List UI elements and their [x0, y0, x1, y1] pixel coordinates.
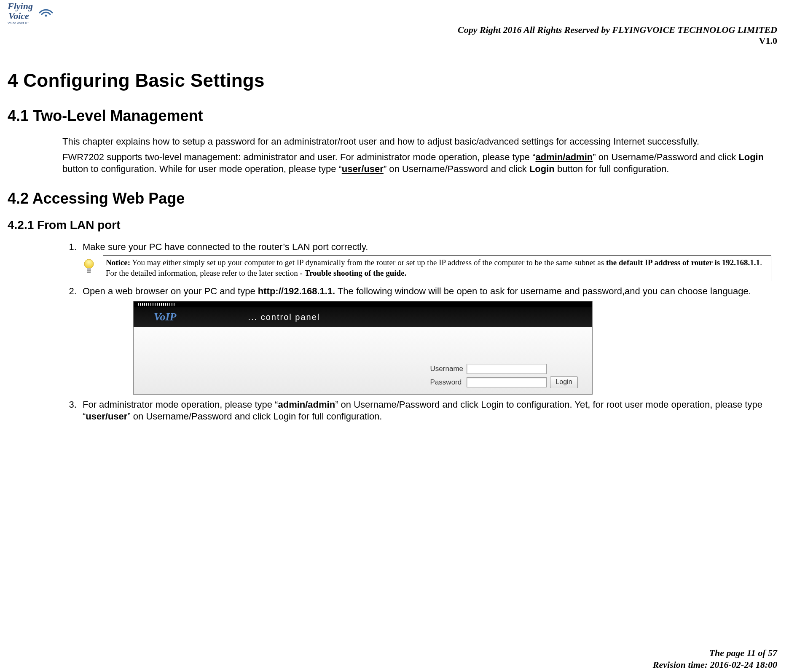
- svg-rect-2: [87, 268, 91, 270]
- text-bold: Login: [529, 164, 555, 174]
- login-voip-label: VoIP: [154, 310, 176, 324]
- text: ” on Username/Password and click: [593, 152, 738, 162]
- text: button for full configuration.: [555, 164, 669, 174]
- copyright-line: Copy Right 2016 All Rights Reserved by F…: [8, 24, 777, 35]
- text-bold: http://192.168.1.1.: [258, 286, 335, 296]
- page-number: The page 11 of 57: [653, 647, 777, 659]
- password-label: Password: [430, 378, 463, 387]
- list-item: Open a web browser on your PC and type h…: [79, 285, 771, 395]
- login-banner: VoIP ... control panel: [134, 307, 592, 327]
- step-text: Make sure your PC have connected to the …: [83, 242, 368, 252]
- list-item: Make sure your PC have connected to the …: [79, 241, 771, 281]
- login-control-panel-label: ... control panel: [248, 312, 320, 323]
- paragraph: FWR7202 supports two-level management: a…: [62, 151, 771, 175]
- section-4-1-body: This chapter explains how to setup a pas…: [62, 136, 771, 175]
- chapter-heading: 4 Configuring Basic Settings: [8, 70, 781, 91]
- svg-point-0: [45, 15, 47, 17]
- text: For administrator mode operation, please…: [83, 399, 278, 410]
- logo-text-line1: Flying: [8, 1, 33, 11]
- text: ” on Username/Password and click: [384, 164, 529, 174]
- text: ” on Username/Password and click Login f…: [127, 411, 382, 422]
- text: Open a web browser on your PC and type: [83, 286, 258, 296]
- brand-logo: Flying Voice Voice over IP: [8, 2, 54, 28]
- svg-rect-4: [87, 272, 91, 273]
- text: button to configuration. While for user …: [62, 164, 342, 174]
- revision-time: Revision time: 2016-02-24 18:00: [653, 659, 777, 671]
- list-item: For administrator mode operation, please…: [79, 399, 771, 423]
- text-bold: user/user: [86, 411, 127, 422]
- login-screenshot: VoIP ... control panel Username Password…: [133, 301, 593, 395]
- username-input[interactable]: [467, 364, 547, 374]
- text-underline: user/user: [342, 164, 384, 174]
- text-bold: the default IP address of router is 192.…: [606, 258, 760, 267]
- logo-tagline: Voice over IP: [8, 21, 54, 25]
- page-footer: The page 11 of 57 Revision time: 2016-02…: [653, 647, 777, 670]
- text-underline: admin/admin: [536, 152, 593, 162]
- logo-text-line2: Voice: [8, 11, 29, 21]
- text: The following window will be open to ask…: [335, 286, 751, 296]
- steps-list: Make sure your PC have connected to the …: [62, 241, 771, 423]
- username-label: Username: [430, 364, 463, 374]
- wifi-icon: [38, 3, 54, 19]
- version-line: V1.0: [8, 35, 777, 46]
- login-form-area: Username Password Login: [134, 327, 592, 394]
- login-form: Username Password Login: [430, 364, 578, 388]
- text: FWR7202 supports two-level management: a…: [62, 152, 536, 162]
- section-4-2-heading: 4.2 Accessing Web Page: [8, 190, 781, 207]
- notice-box: Notice: You may either simply set up you…: [103, 255, 771, 281]
- text-bold: Login: [738, 152, 764, 162]
- notice-lead: Notice:: [106, 258, 130, 267]
- paragraph: This chapter explains how to setup a pas…: [62, 136, 771, 148]
- svg-rect-3: [87, 270, 91, 271]
- document-page: Flying Voice Voice over IP Copy Right 20…: [0, 0, 789, 672]
- notice-row: Notice: You may either simply set up you…: [83, 255, 771, 281]
- text-bold: Trouble shooting of the guide.: [305, 269, 407, 277]
- login-panel: VoIP ... control panel Username Password…: [133, 301, 593, 395]
- section-4-2-1-heading: 4.2.1 From LAN port: [8, 218, 781, 232]
- text: You may either simply set up your comput…: [130, 258, 606, 267]
- page-header-right: Copy Right 2016 All Rights Reserved by F…: [8, 24, 777, 46]
- section-4-1-heading: 4.1 Two-Level Management: [8, 107, 781, 125]
- password-input[interactable]: [467, 377, 547, 387]
- login-button[interactable]: Login: [550, 376, 578, 388]
- text-bold: admin/admin: [278, 399, 335, 410]
- lightbulb-icon: [83, 258, 97, 278]
- login-panel-topbar: [134, 301, 592, 307]
- svg-point-1: [84, 259, 94, 269]
